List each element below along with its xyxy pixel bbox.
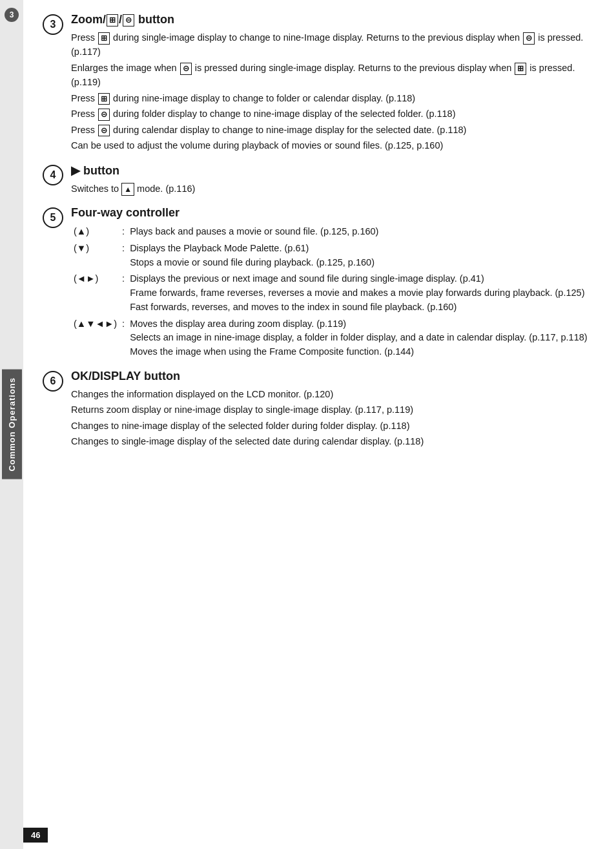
fourway-table: (▲) : Plays back and pauses a movie or s… xyxy=(71,224,590,361)
zoom-desc-5: Press ⊝ during calendar display to chang… xyxy=(71,123,590,137)
ok-desc-2: Returns zoom display or nine-image displ… xyxy=(71,403,590,417)
table-row: (▼) : Displays the Playback Mode Palette… xyxy=(71,240,590,271)
fw-colon-3: : xyxy=(119,271,127,315)
fw-colon-2: : xyxy=(119,240,127,271)
grid-icon-inline-2: ⊞ xyxy=(515,63,526,75)
main-content: 3 Zoom/⊞/⊝ button Press ⊞ during single-… xyxy=(23,0,616,849)
table-row: (◄►) : Displays the previous or next ima… xyxy=(71,271,590,315)
section-zoom: 3 Zoom/⊞/⊝ button Press ⊞ during single-… xyxy=(43,13,590,154)
ok-desc-4: Changes to single-image display of the s… xyxy=(71,434,590,448)
section-body-playback: Switches to ▲ mode. (p.116) xyxy=(71,182,590,196)
fw-desc-all: Moves the display area during zoom displ… xyxy=(127,316,590,361)
zoom-icon-inline-4: ⊝ xyxy=(98,125,110,137)
sidebar: 3 Common Operations xyxy=(0,0,23,849)
section-content-playback: ▶ button Switches to ▲ mode. (p.116) xyxy=(71,163,590,197)
grid-icon: ⊞ xyxy=(107,14,118,26)
fw-desc-down: Displays the Playback Mode Palette. (p.6… xyxy=(127,240,590,271)
section-body-zoom: Press ⊞ during single-image display to c… xyxy=(71,30,590,153)
section-number-5: 5 xyxy=(43,207,63,228)
ok-desc-1: Changes the information displayed on the… xyxy=(71,387,590,401)
fw-colon-4: : xyxy=(119,316,127,361)
zoom-icon-inline-1: ⊝ xyxy=(523,32,535,45)
section-body-fourway: (▲) : Plays back and pauses a movie or s… xyxy=(71,224,590,361)
fw-key-up: (▲) xyxy=(71,224,119,240)
table-row: (▲) : Plays back and pauses a movie or s… xyxy=(71,224,590,240)
zoom-desc-4: Press ⊝ during folder display to change … xyxy=(71,107,590,121)
camera-mode-icon: ▲ xyxy=(121,183,134,196)
grid-icon-inline-1: ⊞ xyxy=(98,32,110,45)
fw-key-down: (▼) xyxy=(71,240,119,271)
fw-desc-lr: Displays the previous or next image and … xyxy=(127,271,590,315)
section-playback: 4 ▶ button Switches to ▲ mode. (p.116) xyxy=(43,163,590,197)
zoom-desc-3: Press ⊞ during nine-image display to cha… xyxy=(71,91,590,105)
fw-desc-up: Plays back and pauses a movie or sound f… xyxy=(127,224,590,240)
playback-desc-1: Switches to ▲ mode. (p.116) xyxy=(71,182,590,196)
zoom-desc-2: Enlarges the image when ⊝ is pressed dur… xyxy=(71,61,590,90)
page-number: 46 xyxy=(23,828,48,843)
zoom-icon: ⊝ xyxy=(123,14,134,26)
section-body-ok-display: Changes the information displayed on the… xyxy=(71,387,590,449)
section-title-zoom: Zoom/⊞/⊝ button xyxy=(71,13,590,26)
zoom-icon-inline-3: ⊝ xyxy=(98,109,110,121)
section-content-zoom: Zoom/⊞/⊝ button Press ⊞ during single-im… xyxy=(71,13,590,154)
grid-icon-inline-3: ⊞ xyxy=(98,93,110,105)
section-title-ok-display: OK/DISPLAY button xyxy=(71,370,590,383)
fw-colon-1: : xyxy=(119,224,127,240)
section-number-6: 6 xyxy=(43,371,63,392)
zoom-desc-1: Press ⊞ during single-image display to c… xyxy=(71,30,590,59)
sidebar-chapter-label: Common Operations xyxy=(2,370,22,479)
section-content-fourway: Four-way controller (▲) : Plays back and… xyxy=(71,206,590,361)
sidebar-chapter-number: 3 xyxy=(5,8,19,22)
table-row: (▲▼◄►) : Moves the display area during z… xyxy=(71,316,590,361)
zoom-icon-inline-2: ⊝ xyxy=(180,63,192,75)
fw-key-lr: (◄►) xyxy=(71,271,119,315)
section-title-fourway: Four-way controller xyxy=(71,206,590,220)
section-fourway: 5 Four-way controller (▲) : Plays back a… xyxy=(43,206,590,361)
section-number-4: 4 xyxy=(43,165,63,185)
section-number-3: 3 xyxy=(43,14,63,35)
section-title-playback: ▶ button xyxy=(71,163,590,178)
section-content-ok-display: OK/DISPLAY button Changes the informatio… xyxy=(71,370,590,450)
section-ok-display: 6 OK/DISPLAY button Changes the informat… xyxy=(43,370,590,450)
zoom-desc-6: Can be used to adjust the volume during … xyxy=(71,138,590,152)
fw-key-all: (▲▼◄►) xyxy=(71,316,119,361)
ok-desc-3: Changes to nine-image display of the sel… xyxy=(71,419,590,433)
